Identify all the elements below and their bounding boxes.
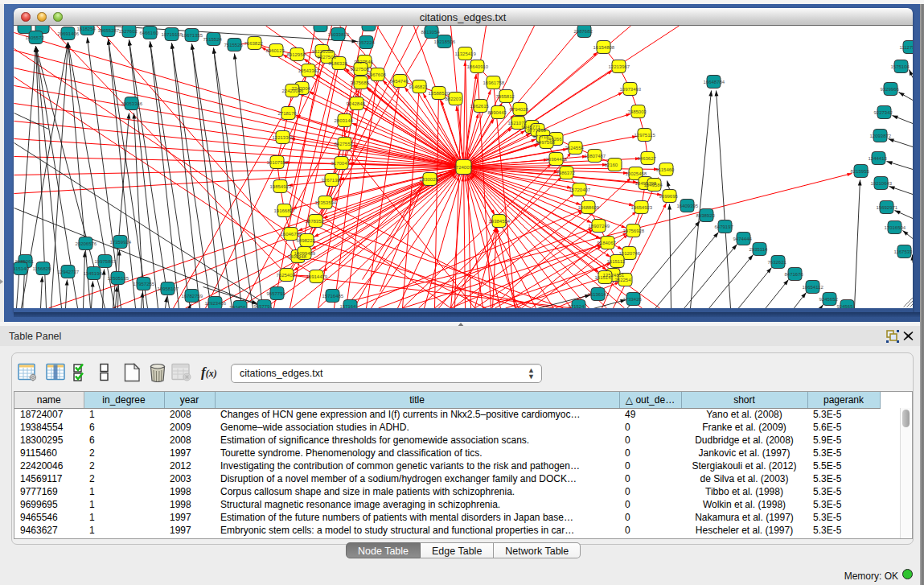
svg-text:1733426: 1733426 xyxy=(622,297,642,302)
svg-text:8427552: 8427552 xyxy=(334,142,353,146)
svg-text:252254: 252254 xyxy=(614,278,631,282)
svg-text:15692971: 15692971 xyxy=(876,205,897,210)
svg-text:1244413: 1244413 xyxy=(868,156,887,161)
svg-text:965779: 965779 xyxy=(253,304,270,309)
svg-text:19975867: 19975867 xyxy=(94,259,116,264)
svg-text:16154808: 16154808 xyxy=(593,45,614,50)
svg-text:8186328: 8186328 xyxy=(328,61,347,66)
svg-text:12213369: 12213369 xyxy=(272,135,294,140)
svg-text:8912954: 8912954 xyxy=(286,52,306,57)
svg-text:992456: 992456 xyxy=(229,305,246,309)
svg-text:20206576: 20206576 xyxy=(75,241,97,246)
svg-text:1527602: 1527602 xyxy=(118,29,138,34)
svg-text:9327508: 9327508 xyxy=(350,67,369,72)
svg-text:13226058: 13226058 xyxy=(311,49,333,54)
svg-text:10120746: 10120746 xyxy=(618,251,640,256)
svg-text:12353594: 12353594 xyxy=(314,200,336,205)
svg-text:924565: 924565 xyxy=(836,304,853,309)
svg-text:7632621: 7632621 xyxy=(767,260,786,265)
svg-text:9184067: 9184067 xyxy=(597,241,616,245)
svg-text:317004: 317004 xyxy=(331,161,347,166)
svg-text:1156829: 1156829 xyxy=(32,266,51,271)
svg-text:10807487: 10807487 xyxy=(584,154,606,159)
svg-text:16961758: 16961758 xyxy=(483,80,504,85)
svg-text:9242848: 9242848 xyxy=(346,101,365,106)
svg-text:15136141: 15136141 xyxy=(587,292,609,297)
svg-text:6498222: 6498222 xyxy=(296,238,315,243)
svg-text:7955812: 7955812 xyxy=(495,94,515,99)
svg-text:9699695: 9699695 xyxy=(659,194,678,199)
svg-text:1575104: 1575104 xyxy=(890,64,910,69)
svg-text:8960123: 8960123 xyxy=(265,48,285,53)
svg-text:9474444: 9474444 xyxy=(733,237,752,241)
svg-text:1724007: 1724007 xyxy=(453,165,472,170)
svg-text:19218506: 19218506 xyxy=(433,39,455,44)
svg-text:9327546: 9327546 xyxy=(354,60,373,64)
svg-text:1818254: 1818254 xyxy=(76,27,96,31)
svg-text:12975115: 12975115 xyxy=(634,133,655,138)
svg-text:7515524: 7515524 xyxy=(203,37,222,42)
svg-text:1167533: 1167533 xyxy=(893,249,913,254)
svg-text:6794028: 6794028 xyxy=(509,107,528,112)
svg-text:20691406: 20691406 xyxy=(57,31,79,36)
svg-text:7986372: 7986372 xyxy=(556,171,575,175)
svg-text:7515526: 7515526 xyxy=(224,43,243,47)
svg-text:5878352: 5878352 xyxy=(305,219,324,224)
svg-text:19756928: 19756928 xyxy=(622,229,644,233)
svg-text:9777169: 9777169 xyxy=(527,128,546,133)
svg-text:19654923: 19654923 xyxy=(630,205,652,210)
svg-text:15716485: 15716485 xyxy=(322,294,343,299)
svg-text:19166827: 19166827 xyxy=(273,208,295,213)
svg-text:10654112: 10654112 xyxy=(802,285,823,290)
svg-text:9115460: 9115460 xyxy=(655,167,675,172)
svg-text:8938923: 8938923 xyxy=(696,213,715,218)
svg-text:17957255: 17957255 xyxy=(133,282,154,286)
svg-text:12942737: 12942737 xyxy=(57,270,79,274)
svg-text:17359924: 17359924 xyxy=(109,240,131,245)
svg-text:9463627: 9463627 xyxy=(637,156,656,161)
svg-text:10671355: 10671355 xyxy=(181,33,203,38)
svg-text:7625402: 7625402 xyxy=(276,273,295,278)
svg-text:7485003: 7485003 xyxy=(627,109,647,114)
svg-text:12923466: 12923466 xyxy=(204,301,226,306)
svg-text:29053346: 29053346 xyxy=(121,101,142,106)
svg-text:10973493: 10973493 xyxy=(619,87,641,92)
svg-text:18907249: 18907249 xyxy=(588,224,610,229)
svg-text:10543342: 10543342 xyxy=(298,68,319,73)
svg-text:11325419: 11325419 xyxy=(454,51,476,56)
svg-text:8454749: 8454749 xyxy=(389,79,409,84)
svg-text:16914479: 16914479 xyxy=(306,274,327,279)
svg-text:10688609: 10688609 xyxy=(577,205,599,210)
svg-text:16648784: 16648784 xyxy=(703,80,725,84)
svg-text:8471676: 8471676 xyxy=(784,272,803,277)
svg-text:6497568: 6497568 xyxy=(536,140,555,145)
svg-text:16409395: 16409395 xyxy=(676,204,698,208)
svg-text:1849584: 1849584 xyxy=(643,183,663,187)
svg-text:7357224: 7357224 xyxy=(355,40,375,45)
svg-text:12093872: 12093872 xyxy=(869,134,891,138)
svg-text:9657791: 9657791 xyxy=(266,291,285,296)
svg-text:15720407: 15720407 xyxy=(569,187,590,192)
svg-text:2935114: 2935114 xyxy=(749,247,768,252)
svg-text:1362615: 1362615 xyxy=(470,104,489,109)
svg-text:1112753: 1112753 xyxy=(899,45,913,50)
svg-text:3624554: 3624554 xyxy=(565,146,584,150)
svg-text:9146821: 9146821 xyxy=(409,84,428,89)
svg-text:16046798: 16046798 xyxy=(280,232,302,237)
svg-text:1405572: 1405572 xyxy=(25,35,44,40)
svg-text:2803144: 2803144 xyxy=(334,118,353,123)
svg-text:9227342: 9227342 xyxy=(873,110,893,115)
svg-text:10655287: 10655287 xyxy=(97,28,119,33)
svg-text:2087682: 2087682 xyxy=(573,29,593,34)
svg-text:22420046: 22420046 xyxy=(281,89,303,93)
svg-text:9329966: 9329966 xyxy=(880,87,899,92)
svg-text:62160: 62160 xyxy=(604,163,618,167)
svg-text:18640910: 18640910 xyxy=(466,64,488,69)
svg-text:8813054: 8813054 xyxy=(421,30,440,35)
svg-text:391514: 391514 xyxy=(14,266,27,271)
svg-text:16782759: 16782759 xyxy=(181,294,203,299)
svg-text:161514: 161514 xyxy=(594,275,611,280)
svg-text:13588520: 13588520 xyxy=(428,91,450,96)
svg-text:9245652: 9245652 xyxy=(819,297,838,302)
svg-text:1345194: 1345194 xyxy=(83,271,102,276)
